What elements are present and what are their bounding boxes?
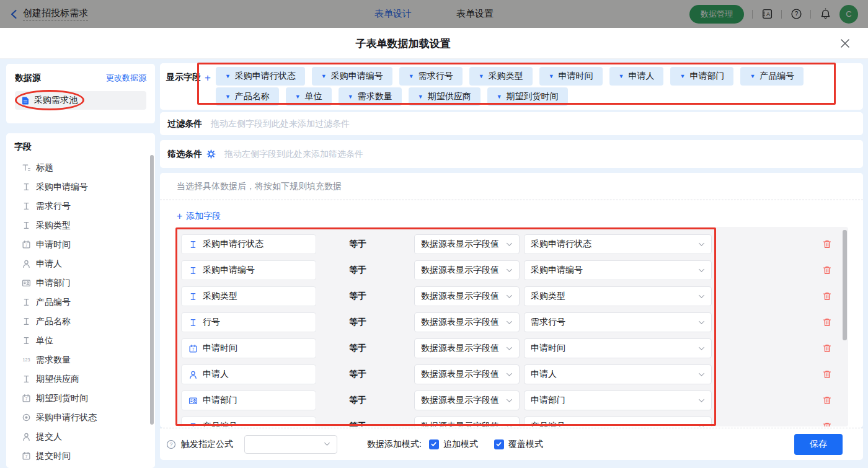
rule-target-select[interactable]: 采购申请行状态 <box>524 234 712 254</box>
trash-icon[interactable] <box>822 291 832 301</box>
rule-target-select[interactable]: 需求行号 <box>524 312 712 332</box>
fields-list: 标题 采购申请编号 需求行号 采购类型 7 <box>6 158 155 466</box>
rule-field-input[interactable]: 产品编号 <box>181 417 316 426</box>
sidebar-field-item[interactable]: 7 提交时间 <box>6 446 155 466</box>
sidebar-field-item[interactable]: 采购申请编号 <box>6 177 155 196</box>
rules-scrollbar[interactable] <box>843 230 847 340</box>
append-mode-label: 追加模式 <box>443 439 478 450</box>
sidebar-field-item[interactable]: 标题 <box>6 158 155 177</box>
sidebar-field-item[interactable]: 7 申请时间 <box>6 235 155 254</box>
rule-target-select[interactable]: 产品编号 <box>524 417 712 426</box>
add-field-button[interactable]: + 添加字段 <box>177 211 221 222</box>
rule-field-input[interactable]: 7 申请时间 <box>181 338 316 358</box>
display-field-tag[interactable]: ▼ 单位 <box>286 87 332 106</box>
rule-field-label: 申请时间 <box>203 343 237 354</box>
notification-bell-icon[interactable] <box>819 8 831 20</box>
text-field-icon <box>188 240 198 249</box>
rule-field-input[interactable]: 申请部门 <box>181 391 316 410</box>
append-mode-checkbox[interactable] <box>429 439 439 449</box>
trash-icon[interactable] <box>822 343 832 353</box>
sidebar-field-item[interactable]: 需求行号 <box>6 196 155 216</box>
rule-source-select[interactable]: 数据源表显示字段值 <box>414 260 520 280</box>
rule-source-select[interactable]: 数据源表显示字段值 <box>414 364 520 384</box>
sidebar-field-item[interactable]: 产品名称 <box>6 312 155 331</box>
topbar: 创建招投标需求 表单设计 表单设置 数据管理 A ? C <box>0 0 868 28</box>
rule-field-input[interactable]: 采购申请编号 <box>181 260 316 280</box>
trash-icon[interactable] <box>822 422 832 426</box>
rule-target-select[interactable]: 申请部门 <box>524 391 712 410</box>
display-field-tag[interactable]: ▼ 采购类型 <box>469 67 533 86</box>
display-field-tag[interactable]: ▼ 期望供应商 <box>409 87 480 106</box>
filter-condition-heading: 过滤条件 <box>167 118 202 130</box>
display-field-tag[interactable]: ▼ 需求数量 <box>339 87 402 106</box>
formula-select[interactable] <box>244 435 337 454</box>
save-button[interactable]: 保存 <box>794 434 843 455</box>
sidebar-field-item[interactable]: 提交人 <box>6 427 155 446</box>
dialog-title: 子表单数据加载设置 <box>0 28 806 59</box>
text-field-icon <box>188 292 198 301</box>
sidebar-field-item[interactable]: 7 期望到货时间 <box>6 389 155 408</box>
fields-scrollbar[interactable] <box>150 155 154 425</box>
rule-target-select[interactable]: 申请人 <box>524 364 712 384</box>
gear-icon[interactable] <box>206 149 216 159</box>
dictionary-icon[interactable]: A <box>761 8 773 20</box>
display-field-tag[interactable]: ▼ 申请人 <box>609 67 664 86</box>
sidebar-field-item[interactable]: 申请部门 <box>6 273 155 293</box>
display-field-tag[interactable]: ▼ 期望到货时间 <box>487 87 568 106</box>
sidebar-field-item[interactable]: 123 需求数量 <box>6 350 155 369</box>
rule-source-select[interactable]: 数据源表显示字段值 <box>414 312 520 332</box>
rule-target-select[interactable]: 申请时间 <box>524 338 712 358</box>
add-display-field-icon[interactable]: + <box>205 73 211 83</box>
sidebar-field-item[interactable]: 采购申请行状态 <box>6 408 155 427</box>
rule-row: 采购类型 等于 数据源表显示字段值 采购类型 <box>181 286 848 306</box>
rule-source-select[interactable]: 数据源表显示字段值 <box>414 417 520 426</box>
dropdown-arrow-icon: ▼ <box>225 94 231 100</box>
close-icon[interactable] <box>839 38 851 49</box>
rule-field-input[interactable]: 采购类型 <box>181 286 316 306</box>
sidebar-field-item[interactable]: 采购类型 <box>6 216 155 235</box>
trash-icon[interactable] <box>822 317 832 327</box>
data-manage-button[interactable]: 数据管理 <box>689 5 744 24</box>
help-circle-icon[interactable]: ? <box>166 439 176 449</box>
display-field-tag[interactable]: ▼ 产品编号 <box>740 67 804 86</box>
rule-row: 采购申请编号 等于 数据源表显示字段值 采购申请编号 <box>181 260 848 280</box>
rule-source-select[interactable]: 数据源表显示字段值 <box>414 338 520 358</box>
rule-field-input[interactable]: 采购申请行状态 <box>181 234 316 254</box>
sidebar-field-item[interactable]: 申请人 <box>6 254 155 273</box>
rule-operator: 等于 <box>349 369 366 380</box>
department-icon <box>188 396 198 405</box>
avatar[interactable]: C <box>839 5 858 24</box>
tag-label: 期望到货时间 <box>507 91 559 102</box>
rule-source-select[interactable]: 数据源表显示字段值 <box>414 391 520 410</box>
trash-icon[interactable] <box>822 265 832 275</box>
screen-condition-dropzone[interactable]: 筛选条件 拖动左侧字段到此处来添加筛选条件 <box>160 140 863 168</box>
filter-condition-dropzone[interactable]: 过滤条件 拖动左侧字段到此处来添加过滤条件 <box>160 112 863 135</box>
rule-target-select[interactable]: 采购申请编号 <box>524 260 712 280</box>
display-field-tag[interactable]: ▼ 申请部门 <box>670 67 733 86</box>
sidebar-field-item[interactable]: 期望供应商 <box>6 369 155 389</box>
trash-icon[interactable] <box>822 369 832 379</box>
display-field-tag[interactable]: ▼ 申请时间 <box>539 67 603 86</box>
display-field-tag[interactable]: ▼ 产品名称 <box>216 87 279 106</box>
trash-icon[interactable] <box>822 239 832 249</box>
datasource-item[interactable]: 采购需求池 <box>15 91 146 110</box>
overwrite-mode-checkbox[interactable] <box>494 439 504 449</box>
sidebar-field-item[interactable]: 单位 <box>6 331 155 350</box>
tab-form-settings[interactable]: 表单设置 <box>456 8 494 20</box>
person-icon <box>22 259 31 268</box>
rule-source-value: 数据源表显示字段值 <box>421 343 499 354</box>
sidebar-field-item[interactable]: 产品编号 <box>6 293 155 312</box>
trash-icon[interactable] <box>822 395 832 405</box>
display-field-tag[interactable]: ▼ 需求行号 <box>399 67 463 86</box>
help-icon[interactable]: ? <box>790 8 802 20</box>
rule-target-select[interactable]: 采购类型 <box>524 286 712 306</box>
display-field-tag[interactable]: ▼ 采购申请编号 <box>312 67 392 86</box>
rule-field-input[interactable]: 申请人 <box>181 364 316 384</box>
display-field-tag[interactable]: ▼ 采购申请行状态 <box>216 67 305 86</box>
rule-source-select[interactable]: 数据源表显示字段值 <box>414 234 520 254</box>
tag-label: 申请部门 <box>689 71 724 82</box>
change-datasource-link[interactable]: 更改数据源 <box>106 73 146 84</box>
rule-field-input[interactable]: 行号 <box>181 312 316 332</box>
rule-source-select[interactable]: 数据源表显示字段值 <box>414 286 520 306</box>
tab-form-design[interactable]: 表单设计 <box>374 8 412 20</box>
